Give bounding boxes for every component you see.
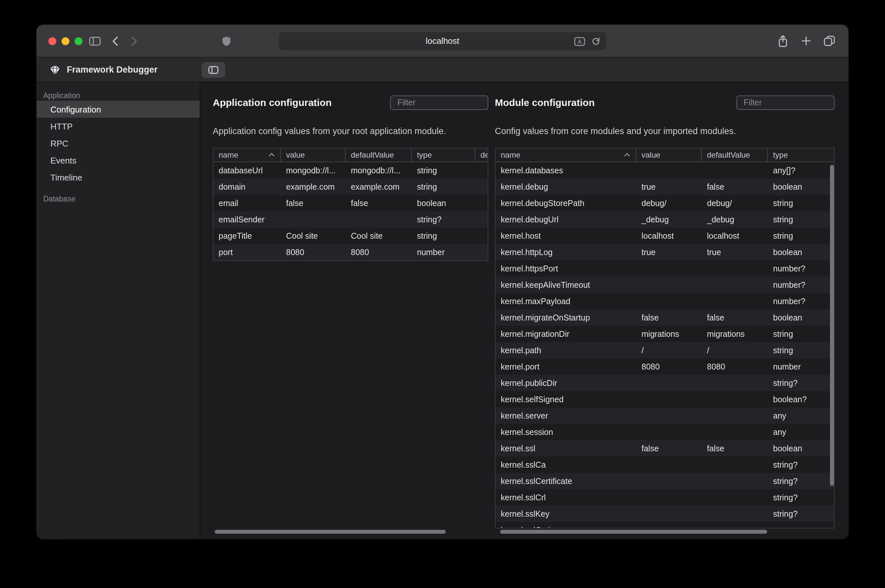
table-cell: migrations	[636, 326, 702, 342]
table-row[interactable]: kernel.debugStorePathdebug/debug/string	[495, 195, 834, 211]
table-row[interactable]: kernel.serverany	[495, 408, 834, 424]
table-row[interactable]: kernel.sslCastring?	[495, 456, 834, 473]
share-icon	[777, 34, 789, 47]
table-cell: kernel.migrationDir	[495, 326, 636, 342]
back-button[interactable]	[112, 36, 119, 46]
column-header-defaultvalue[interactable]: defaultValue	[702, 148, 768, 162]
column-header-value[interactable]: value	[281, 148, 346, 162]
table-row[interactable]: kernel.keepAliveTimeoutnumber?	[495, 277, 834, 293]
app-logo-icon	[50, 64, 60, 75]
table-row[interactable]: port80808080number	[214, 244, 488, 260]
table-cell: Cool site	[346, 228, 412, 244]
table-cell	[636, 162, 702, 178]
table-cell: kernel.sslCertificate	[495, 473, 636, 489]
table-row[interactable]: kernel.migrateOnStartupfalsefalseboolean	[495, 309, 834, 326]
column-header-name[interactable]: name	[214, 148, 281, 162]
table-row[interactable]: kernel.path//string	[495, 342, 834, 358]
column-header-defaultvalue[interactable]: defaultValue	[346, 148, 412, 162]
column-header-type[interactable]: type	[412, 148, 475, 162]
table-cell	[636, 506, 702, 522]
table-row[interactable]: kernel.hostlocalhostlocalhoststring	[495, 228, 834, 244]
table-cell	[475, 228, 488, 244]
column-label: type	[417, 150, 432, 160]
horizontal-scrollbar[interactable]	[215, 530, 446, 534]
column-header-name[interactable]: name	[495, 148, 636, 162]
table-cell: /	[702, 342, 768, 358]
close-window-button[interactable]	[48, 37, 56, 45]
vertical-scrollbar[interactable]	[830, 165, 834, 486]
table-row[interactable]: kernel.debugUrl_debug_debugstring	[495, 211, 834, 228]
table-row[interactable]: kernel.databasesany[]?	[495, 162, 834, 178]
table-row[interactable]: kernel.publicDirstring?	[495, 375, 834, 391]
tab-overview-button[interactable]	[823, 35, 835, 46]
table-cell: 8080	[346, 244, 412, 260]
table-cell	[702, 408, 768, 424]
column-label: de	[480, 150, 488, 160]
app-sidebar-toggle-button[interactable]	[202, 62, 225, 78]
table-row[interactable]: kernel.sslfalsefalseboolean	[495, 440, 834, 456]
column-header-description-clipped[interactable]: de	[475, 148, 488, 162]
new-tab-button[interactable]	[801, 36, 811, 46]
forward-button[interactable]	[131, 36, 137, 46]
table-cell	[702, 522, 768, 528]
table-row[interactable]: emailSenderstring?	[214, 211, 488, 228]
table-row[interactable]: kernel.sessionany	[495, 424, 834, 440]
sidebar-item-rpc[interactable]: RPC	[37, 135, 200, 152]
table-cell: example.com	[346, 178, 412, 195]
browser-sidebar-toggle-button[interactable]	[89, 36, 101, 45]
table-cell: false	[636, 440, 702, 456]
table-row[interactable]: kernel.httpsPortnumber?	[495, 260, 834, 277]
column-header-type[interactable]: type	[768, 148, 834, 162]
zoom-window-button[interactable]	[75, 37, 83, 45]
table-row[interactable]: domainexample.comexample.comstring	[214, 178, 488, 195]
sidebar-item-events[interactable]: Events	[37, 152, 200, 169]
table-cell: true	[636, 178, 702, 195]
table-body: kernel.databasesany[]?kernel.debugtruefa…	[495, 162, 834, 528]
table-cell: kernel.selfSigned	[495, 391, 636, 408]
table-cell	[702, 456, 768, 473]
table-row[interactable]: kernel.sslCertificatestring?	[495, 473, 834, 489]
table-cell: example.com	[281, 178, 346, 195]
address-bar[interactable]: localhost A	[279, 32, 606, 50]
table-row[interactable]: emailfalsefalseboolean	[214, 195, 488, 211]
translate-icon[interactable]: A	[574, 36, 585, 46]
table-cell	[702, 424, 768, 440]
table-row[interactable]: kernel.sslOptionsany	[495, 522, 834, 528]
table-cell: port	[214, 244, 281, 260]
table-row[interactable]: kernel.maxPayloadnumber?	[495, 293, 834, 309]
sidebar-item-configuration[interactable]: Configuration	[37, 101, 200, 118]
sort-asc-icon	[625, 153, 630, 159]
table-cell: 8080	[281, 244, 346, 260]
privacy-shield-icon[interactable]	[222, 36, 231, 46]
table-cell	[702, 293, 768, 309]
sidebar-item-timeline[interactable]: Timeline	[37, 169, 200, 186]
table-row[interactable]: kernel.debugtruefalseboolean	[495, 178, 834, 195]
table-cell	[636, 489, 702, 506]
table-row[interactable]: kernel.httpLogtruetrueboolean	[495, 244, 834, 260]
address-bar-icons: A	[574, 32, 601, 50]
sidebar-item-http[interactable]: HTTP	[37, 118, 200, 135]
table-cell: false	[281, 195, 346, 211]
table-row[interactable]: databaseUrlmongodb://l...mongodb://l...s…	[214, 162, 488, 178]
table-row[interactable]: pageTitleCool siteCool sitestring	[214, 228, 488, 244]
table-cell	[636, 408, 702, 424]
table-cell: mongodb://l...	[281, 162, 346, 178]
table-cell	[702, 391, 768, 408]
table-cell	[702, 260, 768, 277]
table-row[interactable]: kernel.migrationDirmigrationsmigrationss…	[495, 326, 834, 342]
horizontal-scrollbar[interactable]	[500, 530, 767, 534]
app-config-filter-input[interactable]	[390, 96, 488, 110]
minimize-window-button[interactable]	[62, 37, 69, 45]
table-cell: string	[768, 228, 834, 244]
column-header-value[interactable]: value	[636, 148, 702, 162]
table-cell: kernel.path	[495, 342, 636, 358]
table-row[interactable]: kernel.sslCrlstring?	[495, 489, 834, 506]
share-button[interactable]	[777, 34, 789, 47]
app-content: Application Configuration HTTP RPC Event…	[37, 82, 848, 539]
table-cell	[702, 277, 768, 293]
table-row[interactable]: kernel.sslKeystring?	[495, 506, 834, 522]
table-row[interactable]: kernel.selfSignedboolean?	[495, 391, 834, 408]
table-row[interactable]: kernel.port80808080number	[495, 358, 834, 375]
module-config-filter-input[interactable]	[736, 96, 835, 110]
reload-icon[interactable]	[591, 36, 601, 46]
